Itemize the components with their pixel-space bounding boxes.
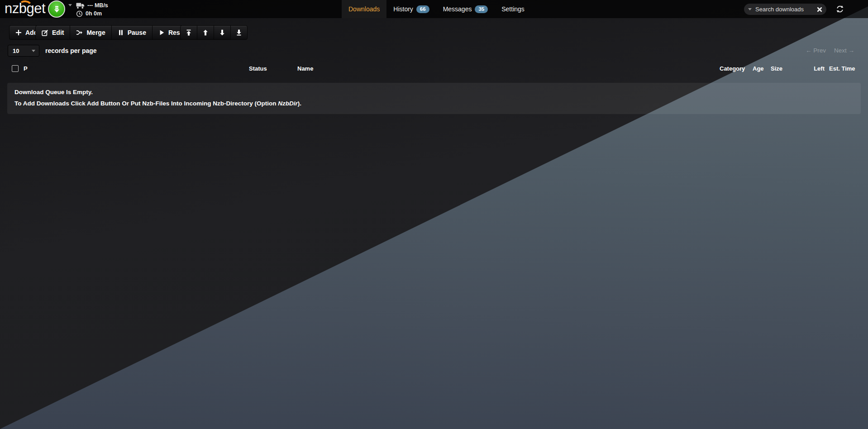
refresh-icon	[836, 5, 844, 13]
clock-icon	[76, 10, 83, 17]
tab-downloads[interactable]: Downloads	[342, 0, 386, 18]
top-navbar: nzbget --- MB/s	[0, 0, 868, 18]
search-clear-icon[interactable]	[817, 7, 822, 12]
download-arrow-icon	[52, 5, 61, 14]
merge-label: Merge	[86, 29, 105, 36]
edit-icon	[42, 29, 48, 36]
search-box	[744, 4, 826, 15]
move-down-button[interactable]	[214, 25, 231, 40]
add-download-button[interactable]	[48, 0, 65, 18]
records-per-page-select[interactable]: 10	[8, 45, 39, 57]
arrow-to-bottom-icon	[236, 29, 242, 36]
pause-label: Pause	[128, 29, 146, 36]
search-options-caret-icon[interactable]	[748, 8, 752, 10]
speed-value: --- MB/s	[87, 2, 108, 9]
column-est-time[interactable]: Est. Time	[829, 62, 855, 76]
pause-icon	[118, 29, 124, 36]
play-icon	[158, 29, 165, 36]
tab-settings-label: Settings	[501, 5, 525, 13]
logo-menu-caret-icon[interactable]	[68, 4, 72, 6]
arrow-to-top-icon	[186, 29, 192, 36]
main-nav: Downloads History 66 Messages 35 Setting…	[342, 0, 531, 18]
refresh-menu-caret-icon[interactable]	[854, 8, 858, 11]
tab-downloads-label: Downloads	[348, 5, 380, 13]
next-page-link[interactable]: Next →	[834, 45, 854, 57]
move-to-bottom-button[interactable]	[230, 25, 248, 40]
arrow-up-icon	[202, 29, 209, 36]
empty-queue-body-suffix: ).	[298, 100, 301, 107]
edit-label: Edit	[52, 29, 64, 36]
tab-history[interactable]: History 66	[386, 0, 436, 18]
truck-icon	[76, 2, 85, 9]
select-caret-icon	[32, 50, 35, 52]
column-age[interactable]: Age	[753, 62, 764, 76]
move-actions-group	[180, 25, 248, 40]
column-category[interactable]: Category	[720, 62, 745, 76]
empty-queue-body-text: To Add Downloads Click Add Button Or Put…	[14, 100, 278, 107]
history-count-badge: 66	[416, 5, 429, 13]
nzbget-app: nzbget --- MB/s	[0, 0, 868, 429]
nzbdir-option-label: NzbDir	[278, 100, 298, 107]
merge-button[interactable]: Merge	[70, 25, 111, 40]
queue-table-header: P Status Name Category Age Size Left Est…	[0, 62, 868, 76]
messages-count-badge: 35	[475, 5, 488, 13]
column-size[interactable]: Size	[771, 62, 782, 76]
empty-queue-body: To Add Downloads Click Add Button Or Put…	[14, 100, 854, 107]
column-left[interactable]: Left	[793, 62, 825, 76]
merge-icon	[76, 29, 83, 36]
search-input[interactable]	[754, 5, 814, 13]
column-name[interactable]: Name	[297, 62, 313, 76]
records-per-page-label: records per page	[45, 45, 97, 57]
move-up-button[interactable]	[197, 25, 214, 40]
speed-indicator: --- MB/s	[76, 2, 108, 9]
refresh-button[interactable]	[835, 5, 844, 14]
plus-icon	[15, 29, 22, 36]
move-to-top-button[interactable]	[180, 25, 197, 40]
time-indicator: 0h 0m	[76, 10, 102, 17]
pause-button[interactable]: Pause	[111, 25, 153, 40]
edit-button[interactable]: Edit	[35, 25, 70, 40]
tab-messages-label: Messages	[443, 5, 472, 13]
uptime-value: 0h 0m	[86, 10, 102, 17]
tab-settings[interactable]: Settings	[495, 0, 531, 18]
tab-messages[interactable]: Messages 35	[436, 0, 495, 18]
records-per-page-value: 10	[13, 48, 19, 54]
arrow-down-icon	[219, 29, 225, 36]
column-priority[interactable]: P	[24, 62, 28, 76]
prev-page-link[interactable]: ← Prev	[806, 45, 826, 57]
select-all-checkbox[interactable]	[12, 65, 19, 72]
empty-queue-notice: Download Queue Is Empty. To Add Download…	[7, 83, 861, 114]
column-status[interactable]: Status	[249, 62, 267, 76]
empty-queue-title: Download Queue Is Empty.	[14, 89, 854, 95]
tab-history-label: History	[393, 5, 413, 13]
